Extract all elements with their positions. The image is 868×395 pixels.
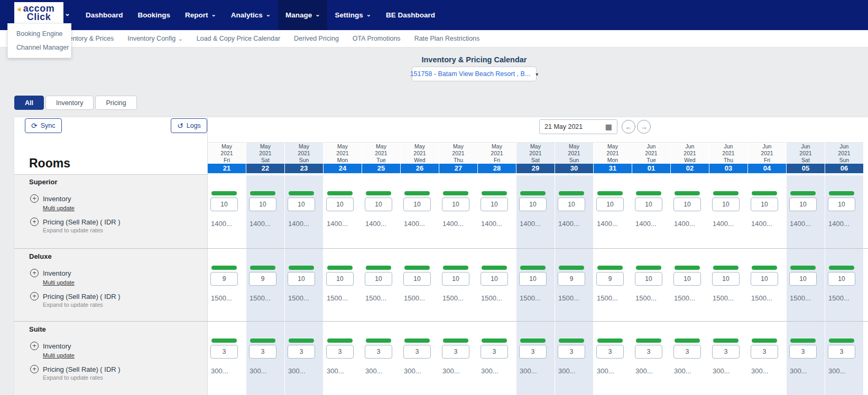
inventory-input[interactable] (288, 198, 315, 211)
inventory-input[interactable] (403, 272, 431, 286)
inventory-input[interactable] (828, 345, 855, 359)
chevron-down-icon: ⌄ (178, 36, 182, 42)
expand-plus-icon[interactable]: + (30, 365, 39, 373)
availability-bar (211, 266, 237, 270)
column-header-year: 2021 (401, 150, 439, 157)
inventory-input[interactable] (596, 345, 624, 359)
column-header-month: Jun (632, 143, 670, 150)
availability-bar (482, 338, 507, 343)
multi-update-link[interactable]: Multi update (43, 205, 75, 211)
nav-item-manage[interactable]: Manage⌄ (278, 0, 327, 30)
subnav-item-derived-pricing[interactable]: Derived Pricing (294, 35, 339, 42)
inventory-input[interactable] (596, 198, 624, 211)
column-header-year: 2021 (787, 150, 825, 157)
inventory-input[interactable] (519, 345, 547, 359)
inventory-input[interactable] (789, 198, 817, 211)
availability-bar (211, 191, 237, 195)
inventory-input[interactable] (789, 345, 817, 359)
inventory-input[interactable] (442, 198, 469, 211)
inventory-input[interactable] (365, 272, 392, 286)
nav-item-be-dashboard[interactable]: BE Dashboard (378, 0, 442, 30)
inventory-input[interactable] (365, 345, 392, 359)
expand-hint-text: Expand to update rates (43, 302, 103, 308)
inventory-input[interactable] (403, 345, 431, 359)
inventory-input[interactable] (288, 272, 315, 286)
column-header-dow: Thu (439, 157, 477, 164)
inventory-input[interactable] (828, 272, 855, 286)
inventory-input[interactable] (210, 345, 238, 359)
inventory-input[interactable] (635, 272, 662, 286)
column-date-06: 06 (825, 164, 863, 173)
price-value: 1500... (365, 294, 386, 302)
inventory-input[interactable] (249, 345, 276, 359)
subnav-item-inventory-config[interactable]: Inventory Config⌄ (127, 35, 182, 42)
price-value: 1400... (828, 220, 849, 228)
inventory-input[interactable] (673, 272, 701, 286)
inventory-input[interactable] (558, 345, 585, 359)
inventory-input[interactable] (673, 345, 701, 359)
logo-chevron-down-icon[interactable]: ⌄ (64, 10, 70, 17)
tab-pricing[interactable]: Pricing (95, 96, 136, 110)
expand-plus-icon[interactable]: + (30, 218, 39, 226)
inventory-input[interactable] (712, 345, 740, 359)
column-header-dow: Sun (825, 157, 863, 164)
column-header-dow: Tue (362, 157, 400, 164)
inventory-input[interactable] (635, 345, 662, 359)
multi-update-link[interactable]: Multi update (43, 352, 75, 359)
nav-item-settings[interactable]: Settings⌄ (327, 0, 378, 30)
inventory-input[interactable] (519, 198, 547, 211)
nav-item-bookings[interactable]: Bookings (131, 0, 178, 30)
inventory-input[interactable] (635, 198, 662, 211)
nav-item-report[interactable]: Report⌄ (178, 0, 224, 30)
inventory-input[interactable] (365, 198, 392, 211)
subnav-item-load-copy-price-calendar[interactable]: Load & Copy Price Calendar (197, 35, 280, 42)
inventory-input[interactable] (326, 198, 354, 211)
expand-plus-icon[interactable]: + (30, 342, 39, 350)
nav-item-analytics[interactable]: Analytics⌄ (224, 0, 278, 30)
inventory-input[interactable] (558, 198, 585, 211)
logo[interactable]: accom Click (14, 2, 63, 23)
logo-menu-item-booking-engine[interactable]: Booking Engine (8, 27, 71, 41)
inventory-input[interactable] (481, 198, 508, 211)
inventory-input[interactable] (751, 345, 778, 359)
inventory-input[interactable] (828, 198, 855, 211)
inventory-input[interactable] (249, 272, 276, 286)
inventory-input[interactable] (288, 345, 315, 359)
column-header-24: May2021Mon (324, 142, 362, 164)
inventory-input[interactable] (210, 272, 238, 286)
property-selector[interactable]: 151758 - Batam View Beach Resort , B... … (412, 67, 537, 81)
subnav-item-rate-plan-restrictions[interactable]: Rate Plan Restrictions (414, 35, 480, 42)
inventory-input[interactable] (481, 345, 508, 359)
expand-plus-icon[interactable]: + (30, 269, 39, 277)
inventory-input[interactable] (481, 272, 508, 286)
inventory-input[interactable] (326, 345, 354, 359)
inventory-input[interactable] (712, 272, 740, 286)
expand-plus-icon[interactable]: + (30, 292, 39, 300)
inventory-input[interactable] (558, 272, 585, 286)
logo-menu-item-channel-manager[interactable]: Channel Manager (8, 41, 71, 54)
inventory-input[interactable] (673, 198, 701, 211)
column-date-28: 28 (478, 164, 516, 173)
inventory-input[interactable] (249, 198, 276, 211)
inventory-input[interactable] (751, 198, 778, 211)
expand-plus-icon[interactable]: + (30, 194, 39, 203)
multi-update-link[interactable]: Multi update (43, 279, 75, 286)
inventory-input[interactable] (442, 272, 469, 286)
sync-button[interactable]: ⟳ Sync (25, 118, 62, 133)
subnav-item-ota-promotions[interactable]: OTA Promotions (353, 35, 401, 42)
inventory-input[interactable] (596, 272, 624, 286)
inventory-input[interactable] (442, 345, 469, 359)
column-header-03: Jun2021Thu (709, 142, 747, 164)
inventory-input[interactable] (403, 198, 431, 211)
nav-item-dashboard[interactable]: Dashboard (78, 0, 131, 30)
inventory-input[interactable] (210, 198, 238, 211)
tab-inventory[interactable]: Inventory (45, 96, 94, 110)
inventory-input[interactable] (751, 272, 778, 286)
price-value: 300... (790, 367, 807, 375)
inventory-input[interactable] (326, 272, 354, 286)
tab-all[interactable]: All (14, 96, 44, 110)
inventory-input[interactable] (712, 198, 740, 211)
inventory-input[interactable] (519, 272, 547, 286)
logs-button[interactable]: ↺ Logs (171, 118, 207, 133)
inventory-input[interactable] (789, 272, 817, 286)
